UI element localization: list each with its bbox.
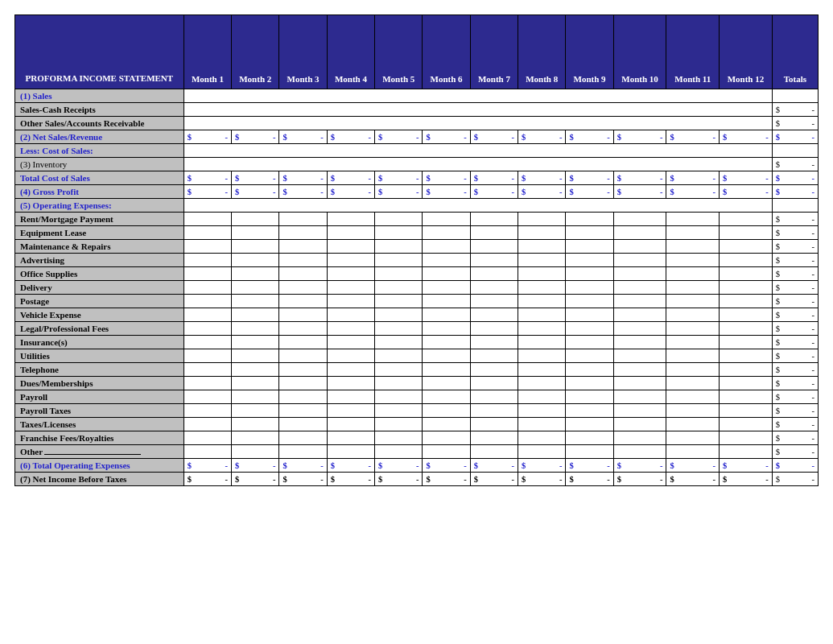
cell-taxes_lic-m5[interactable] (375, 418, 423, 431)
cell-telephone-m1[interactable] (184, 363, 231, 377)
cell-utilities-m4[interactable] (327, 349, 374, 363)
cell-franchise-m12[interactable] (720, 431, 773, 445)
cell-utilities-m2[interactable] (232, 349, 279, 363)
cell-payroll-m11[interactable] (666, 390, 720, 404)
cell-delivery-m5[interactable] (375, 281, 423, 295)
cell-delivery-total[interactable]: $- (772, 281, 818, 295)
cell-maint-m9[interactable] (566, 240, 613, 254)
cell-telephone-m3[interactable] (279, 363, 327, 377)
cell-postage-m10[interactable] (613, 295, 666, 308)
cell-rent-m1[interactable] (184, 213, 231, 226)
cell-telephone-m4[interactable] (327, 363, 374, 377)
cell-legal-m8[interactable] (518, 322, 566, 336)
cell-franchise-m6[interactable] (423, 431, 470, 445)
cell-office-m1[interactable] (184, 267, 231, 281)
cell-dues-m11[interactable] (666, 377, 720, 390)
cell-insurance-m3[interactable] (279, 336, 327, 349)
cell-payroll_tax-m9[interactable] (566, 404, 613, 418)
cell-equip_lease-m4[interactable] (327, 226, 374, 240)
cell-net_income-m3[interactable]: $- (279, 473, 327, 486)
cell-total_op-m11[interactable]: $- (666, 459, 720, 473)
cell-telephone-m7[interactable] (470, 363, 518, 377)
cell-postage-m11[interactable] (666, 295, 720, 308)
cell-postage-m7[interactable] (470, 295, 518, 308)
cell-net_sales-m1[interactable]: $- (184, 130, 231, 144)
cell-dues-m4[interactable] (327, 377, 374, 390)
cell-payroll-m10[interactable] (613, 390, 666, 404)
cell-op_exp_head-months[interactable] (184, 199, 772, 213)
cell-legal-m1[interactable] (184, 322, 231, 336)
cell-sales-total[interactable] (772, 89, 818, 103)
cell-payroll-m12[interactable] (720, 390, 773, 404)
cell-postage-m2[interactable] (232, 295, 279, 308)
cell-taxes_lic-total[interactable]: $- (772, 418, 818, 431)
cell-adv-m10[interactable] (613, 254, 666, 267)
cell-rent-m12[interactable] (720, 213, 773, 226)
cell-total_cost-m2[interactable]: $- (232, 171, 279, 185)
cell-office-total[interactable]: $- (772, 267, 818, 281)
cell-other-m11[interactable] (666, 445, 720, 459)
cell-vehicle-m12[interactable] (720, 308, 773, 322)
cell-gross_profit-m7[interactable]: $- (470, 185, 518, 199)
cell-payroll_tax-m8[interactable] (518, 404, 566, 418)
cell-payroll_tax-total[interactable]: $- (772, 404, 818, 418)
cell-rent-m7[interactable] (470, 213, 518, 226)
cell-payroll_tax-m4[interactable] (327, 404, 374, 418)
cell-delivery-m1[interactable] (184, 281, 231, 295)
cell-gross_profit-m9[interactable]: $- (566, 185, 613, 199)
cell-office-m11[interactable] (666, 267, 720, 281)
cell-postage-m1[interactable] (184, 295, 231, 308)
cell-maint-m2[interactable] (232, 240, 279, 254)
cell-dues-m5[interactable] (375, 377, 423, 390)
cell-taxes_lic-m9[interactable] (566, 418, 613, 431)
cell-net_income-m11[interactable]: $- (666, 473, 720, 486)
cell-telephone-m9[interactable] (566, 363, 613, 377)
cell-payroll-total[interactable]: $- (772, 390, 818, 404)
cell-franchise-m9[interactable] (566, 431, 613, 445)
cell-utilities-total[interactable]: $- (772, 349, 818, 363)
cell-adv-m5[interactable] (375, 254, 423, 267)
cell-vehicle-m2[interactable] (232, 308, 279, 322)
cell-rent-m4[interactable] (327, 213, 374, 226)
cell-net_income-m6[interactable]: $- (423, 473, 470, 486)
cell-postage-total[interactable]: $- (772, 295, 818, 308)
cell-postage-m9[interactable] (566, 295, 613, 308)
cell-postage-m4[interactable] (327, 295, 374, 308)
cell-office-m2[interactable] (232, 267, 279, 281)
cell-equip_lease-m6[interactable] (423, 226, 470, 240)
cell-legal-m6[interactable] (423, 322, 470, 336)
cell-insurance-total[interactable]: $- (772, 336, 818, 349)
cell-telephone-m2[interactable] (232, 363, 279, 377)
cell-payroll-m7[interactable] (470, 390, 518, 404)
cell-equip_lease-m12[interactable] (720, 226, 773, 240)
cell-franchise-m8[interactable] (518, 431, 566, 445)
cell-total_op-m8[interactable]: $- (518, 459, 566, 473)
cell-other-m7[interactable] (470, 445, 518, 459)
cell-net_sales-m2[interactable]: $- (232, 130, 279, 144)
cell-payroll_tax-m1[interactable] (184, 404, 231, 418)
cell-net_sales-m8[interactable]: $- (518, 130, 566, 144)
cell-office-m8[interactable] (518, 267, 566, 281)
cell-dues-total[interactable]: $- (772, 377, 818, 390)
cell-vehicle-m11[interactable] (666, 308, 720, 322)
cell-other-m2[interactable] (232, 445, 279, 459)
cell-franchise-m5[interactable] (375, 431, 423, 445)
cell-delivery-m11[interactable] (666, 281, 720, 295)
cell-gross_profit-m8[interactable]: $- (518, 185, 566, 199)
cell-dues-m1[interactable] (184, 377, 231, 390)
cell-net_income-m7[interactable]: $- (470, 473, 518, 486)
cell-franchise-m2[interactable] (232, 431, 279, 445)
cell-delivery-m9[interactable] (566, 281, 613, 295)
cell-gross_profit-m3[interactable]: $- (279, 185, 327, 199)
cell-net_income-m12[interactable]: $- (720, 473, 773, 486)
cell-maint-total[interactable]: $- (772, 240, 818, 254)
cell-franchise-m7[interactable] (470, 431, 518, 445)
cell-gross_profit-total[interactable]: $- (772, 185, 818, 199)
cell-payroll-m4[interactable] (327, 390, 374, 404)
cell-utilities-m11[interactable] (666, 349, 720, 363)
cell-sales-months[interactable] (184, 89, 772, 103)
cell-total_op-m10[interactable]: $- (613, 459, 666, 473)
cell-maint-m8[interactable] (518, 240, 566, 254)
cell-delivery-m2[interactable] (232, 281, 279, 295)
cell-total_op-m3[interactable]: $- (279, 459, 327, 473)
